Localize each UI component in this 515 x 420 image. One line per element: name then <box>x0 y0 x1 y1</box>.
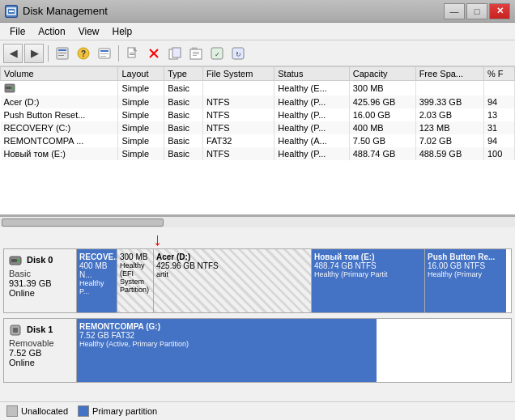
col-header-type[interactable]: Type <box>164 67 203 81</box>
svg-rect-10 <box>100 53 109 54</box>
table-cell-layout: Simple <box>118 108 164 121</box>
disk-0-partition-1[interactable]: RECOVE... 400 MB N... Healthy P... <box>77 249 117 312</box>
table-cell-pct: 31 <box>483 121 514 134</box>
new-button[interactable] <box>123 44 143 63</box>
help-button[interactable]: ? <box>74 44 93 63</box>
col-header-freespace[interactable]: Free Spa... <box>415 67 483 81</box>
col-header-filesystem[interactable]: File System <box>202 67 274 81</box>
table-cell-fs: NTFS <box>202 147 274 160</box>
menu-action[interactable]: Action <box>32 24 71 39</box>
table-cell-volume: REMONTCOMPA ... <box>1 134 118 147</box>
svg-rect-4 <box>58 53 66 53</box>
scroll-thumb[interactable] <box>2 218 164 227</box>
table-cell-pct: 13 <box>483 108 514 121</box>
table-cell-type: Basic <box>164 95 203 108</box>
refresh-button[interactable]: ↻ <box>228 44 248 63</box>
toolbar-separator-1 <box>48 45 49 62</box>
minimize-button[interactable]: — <box>444 3 465 19</box>
disk-0-info: Disk 0 Basic 931.39 GB Online <box>4 249 77 312</box>
maximize-button[interactable]: □ <box>466 3 487 19</box>
table-cell-pct: 94 <box>483 95 514 108</box>
legend-unallocated: Unallocated <box>6 405 68 417</box>
table-cell-type: Basic <box>164 121 203 134</box>
back-button[interactable]: ◀ <box>3 44 23 63</box>
view-button[interactable] <box>95 44 114 63</box>
legend-primary: Primary partition <box>78 405 157 417</box>
disk-0-partition-4[interactable]: Новый том (E:) 488.74 GB NTFS Healthy (P… <box>312 249 425 312</box>
partition-1-health: Healthy P... <box>79 279 114 295</box>
title-bar-left: Disk Management <box>5 5 108 18</box>
paste-button[interactable] <box>186 44 206 63</box>
properties-button[interactable] <box>53 44 72 63</box>
title-bar: Disk Management — □ ✕ <box>0 0 515 23</box>
svg-rect-19 <box>172 48 181 57</box>
table-cell-free: 488.59 GB <box>415 147 483 160</box>
table-cell-type: Basic <box>164 81 203 96</box>
volume-table-container: Volume Layout Type File System Status Ca… <box>0 66 515 216</box>
disk-0-partition-3[interactable]: Acer (D:) 425.96 GB NTFS artit <box>154 249 312 312</box>
table-cell-layout: Simple <box>118 121 164 134</box>
table-cell-capacity: 7.50 GB <box>349 134 415 147</box>
disk-1-type: Removable <box>9 338 71 348</box>
table-cell-capacity: 488.74 GB <box>349 147 415 160</box>
disk-0-panel: Disk 0 Basic 931.39 GB Online RECOVE... … <box>3 248 512 313</box>
svg-text:✓: ✓ <box>215 51 220 58</box>
legend: Unallocated Primary partition <box>0 401 515 420</box>
disk-0-partition-5[interactable]: Push Button Re... 16.00 GB NTFS Healthy … <box>425 249 506 312</box>
table-cell-volume <box>1 81 118 96</box>
menu-help[interactable]: Help <box>106 24 139 39</box>
svg-rect-5 <box>58 55 64 56</box>
svg-text:↻: ↻ <box>236 51 241 58</box>
table-cell-layout: Simple <box>118 95 164 108</box>
col-header-volume[interactable]: Volume <box>1 67 118 81</box>
partition-5-name: Push Button Re... <box>428 252 504 261</box>
delete-button[interactable] <box>144 44 164 63</box>
disk-area: ↓ Disk 0 Basic 931.39 GB Online <box>0 227 515 401</box>
disk-1-status: Online <box>9 358 71 367</box>
disk-0-type: Basic <box>9 269 71 278</box>
disk1-partition-1-name: REMONTCOMPA (G:) <box>79 322 374 331</box>
window-title: Disk Management <box>23 5 108 17</box>
partition-1-size: 400 MB N... <box>79 261 114 279</box>
table-cell-layout: Simple <box>118 147 164 160</box>
table-cell-free: 2.03 GB <box>415 108 483 121</box>
table-cell-status: Healthy (P... <box>275 147 349 160</box>
partition-5-size: 16.00 GB NTFS <box>428 261 504 270</box>
disk-0-partition-2[interactable]: 300 MB Healthy (EFI System Partition) <box>117 249 154 312</box>
partition-5-health: Healthy (Primary <box>428 270 504 278</box>
volume-table: Volume Layout Type File System Status Ca… <box>0 66 515 160</box>
col-header-layout[interactable]: Layout <box>118 67 164 81</box>
table-cell-type: Basic <box>164 134 203 147</box>
menu-view[interactable]: View <box>72 24 106 39</box>
partition-4-name: Новый том (E:) <box>314 252 422 261</box>
menu-file[interactable]: File <box>3 24 32 39</box>
undo-button[interactable]: ✓ <box>207 44 227 63</box>
horizontal-scrollbar[interactable] <box>0 216 515 227</box>
disk-1-partition-1[interactable]: REMONTCOMPA (G:) 7.52 GB FAT32 Healthy (… <box>77 319 377 382</box>
table-cell-pct: 94 <box>483 134 514 147</box>
table-cell-status: Healthy (P... <box>275 108 349 121</box>
table-cell-capacity: 300 MB <box>349 81 415 96</box>
table-cell-layout: Simple <box>118 81 164 96</box>
forward-button[interactable]: ▶ <box>24 44 44 63</box>
partition-3-name: Acer (D:) <box>156 252 309 261</box>
table-cell-free: 123 MB <box>415 121 483 134</box>
legend-unallocated-box <box>6 405 18 417</box>
title-bar-controls: — □ ✕ <box>444 3 510 19</box>
col-header-pct[interactable]: % F <box>483 67 514 81</box>
partition-3-size: 425.96 GB NTFS <box>156 261 309 270</box>
svg-rect-9 <box>100 50 109 52</box>
table-cell-pct: 100 <box>483 147 514 160</box>
partition-arrow: ↓ <box>153 231 162 248</box>
svg-rect-11 <box>100 56 106 57</box>
table-cell-capacity: 425.96 GB <box>349 95 415 108</box>
table-cell-free <box>415 81 483 96</box>
col-header-status[interactable]: Status <box>275 67 349 81</box>
table-cell-status: Healthy (E... <box>275 81 349 96</box>
svg-point-30 <box>11 87 14 90</box>
copy-button[interactable] <box>165 44 185 63</box>
close-button[interactable]: ✕ <box>489 3 510 19</box>
col-header-capacity[interactable]: Capacity <box>349 67 415 81</box>
table-cell-capacity: 16.00 GB <box>349 108 415 121</box>
legend-primary-label: Primary partition <box>92 406 157 416</box>
